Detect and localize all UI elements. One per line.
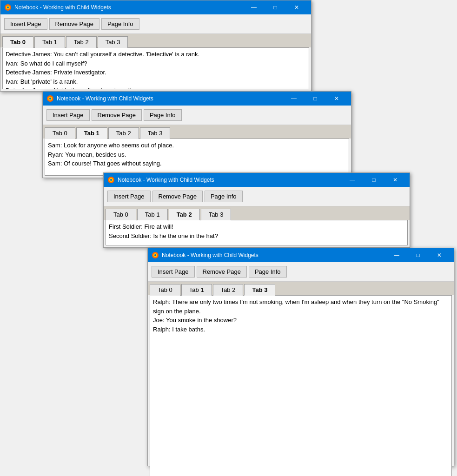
remove-page-btn-4[interactable]: Remove Page — [197, 266, 247, 278]
tab-3-win4[interactable]: Tab 3 — [244, 284, 275, 296]
minimize-btn-4[interactable]: — — [386, 248, 407, 262]
window-title-1: Notebook - Working with Child Widgets — [14, 4, 243, 11]
content-text-4: Ralph: There are only two times I'm not … — [153, 298, 439, 333]
page-info-btn-3[interactable]: Page Info — [205, 191, 243, 202]
tab-2-win2[interactable]: Tab 2 — [108, 127, 139, 139]
window-4: Notebook - Working with Child Widgets — … — [147, 248, 454, 466]
tab-0-win2[interactable]: Tab 0 — [45, 127, 75, 139]
page-info-btn-2[interactable]: Page Info — [144, 109, 182, 121]
title-bar-4: Notebook - Working with Child Widgets — … — [148, 248, 454, 262]
title-bar-1: Notebook - Working with Child Widgets — … — [0, 0, 311, 14]
content-area-2: Sam: Look for anyone who seems out of pl… — [45, 139, 349, 176]
content-area-1: Detective James: You can't call yourself… — [2, 47, 309, 89]
tab-3-win1[interactable]: Tab 3 — [98, 36, 128, 48]
content-text-1: Detective James: You can't call yourself… — [6, 51, 199, 89]
close-btn-4[interactable]: ✕ — [429, 248, 450, 262]
minimize-btn-2[interactable]: — — [283, 92, 305, 106]
svg-point-5 — [49, 98, 51, 99]
tab-2-win4[interactable]: Tab 2 — [213, 284, 244, 296]
window-controls-4: — □ ✕ — [386, 248, 450, 262]
title-bar-2: Notebook - Working with Child Widgets — … — [43, 92, 351, 106]
tab-3-win3[interactable]: Tab 3 — [201, 209, 232, 220]
insert-page-btn-4[interactable]: Insert Page — [152, 266, 195, 278]
insert-page-btn-1[interactable]: Insert Page — [4, 18, 47, 30]
tab-0-win1[interactable]: Tab 0 — [2, 36, 33, 48]
remove-page-btn-2[interactable]: Remove Page — [92, 109, 142, 121]
toolbar-1: Insert Page Remove Page Page Info — [0, 14, 311, 34]
maximize-btn-3[interactable]: □ — [363, 173, 384, 187]
tab-0-win4[interactable]: Tab 0 — [150, 284, 180, 296]
close-btn-1[interactable]: ✕ — [286, 0, 307, 14]
svg-point-11 — [154, 254, 156, 256]
window-controls-3: — □ ✕ — [342, 173, 406, 187]
window-controls-1: — □ ✕ — [243, 0, 307, 14]
tab-3-win2[interactable]: Tab 3 — [140, 127, 171, 139]
window-title-4: Notebook - Working with Child Widgets — [162, 252, 386, 258]
tabs-bar-1: Tab 0 Tab 1 Tab 2 Tab 3 — [0, 34, 311, 47]
tab-1-win1[interactable]: Tab 1 — [34, 36, 65, 48]
tabs-bar-4: Tab 0 Tab 1 Tab 2 Tab 3 — [148, 282, 454, 295]
svg-point-2 — [7, 7, 9, 8]
minimize-btn-1[interactable]: — — [243, 0, 265, 14]
page-info-btn-4[interactable]: Page Info — [249, 266, 287, 278]
tab-1-win2[interactable]: Tab 1 — [76, 127, 107, 139]
remove-page-btn-1[interactable]: Remove Page — [49, 18, 99, 30]
window-2: Notebook - Working with Child Widgets — … — [42, 91, 351, 178]
tab-2-win1[interactable]: Tab 2 — [66, 36, 97, 48]
insert-page-btn-2[interactable]: Insert Page — [46, 109, 90, 121]
title-bar-3: Notebook - Working with Child Widgets — … — [104, 173, 410, 187]
window-title-3: Notebook - Working with Child Widgets — [118, 177, 342, 183]
notebook-icon — [4, 4, 12, 11]
insert-page-btn-3[interactable]: Insert Page — [107, 191, 151, 202]
window-title-2: Notebook - Working with Child Widgets — [57, 95, 283, 102]
minimize-btn-3[interactable]: — — [342, 173, 363, 187]
toolbar-3: Insert Page Remove Page Page Info — [104, 187, 410, 206]
tabs-bar-2: Tab 0 Tab 1 Tab 2 Tab 3 — [43, 125, 351, 139]
svg-point-8 — [110, 179, 112, 181]
close-btn-2[interactable]: ✕ — [326, 92, 347, 106]
window-1: Notebook - Working with Child Widgets — … — [0, 0, 311, 92]
notebook-icon-3 — [107, 176, 115, 184]
tab-1-win4[interactable]: Tab 1 — [181, 284, 212, 296]
notebook-icon-2 — [46, 95, 54, 102]
window-controls-2: — □ ✕ — [283, 92, 347, 106]
maximize-btn-4[interactable]: □ — [407, 248, 429, 262]
content-text-2: Sam: Look for anyone who seems out of pl… — [48, 142, 174, 167]
close-btn-3[interactable]: ✕ — [384, 173, 406, 187]
maximize-btn-2[interactable]: □ — [305, 92, 326, 106]
tabs-bar-3: Tab 0 Tab 1 Tab 2 Tab 3 — [104, 206, 410, 220]
notebook-icon-4 — [152, 251, 159, 259]
tab-0-win3[interactable]: Tab 0 — [106, 209, 136, 220]
tab-1-win3[interactable]: Tab 1 — [137, 209, 168, 220]
content-text-3: First Soldier: Fire at will! Second Sold… — [109, 223, 218, 239]
remove-page-btn-3[interactable]: Remove Page — [152, 191, 203, 202]
tab-2-win3[interactable]: Tab 2 — [169, 209, 200, 220]
content-area-4: Ralph: There are only two times I'm not … — [150, 295, 452, 476]
toolbar-2: Insert Page Remove Page Page Info — [43, 106, 351, 125]
toolbar-4: Insert Page Remove Page Page Info — [148, 262, 454, 282]
content-area-3: First Soldier: Fire at will! Second Sold… — [106, 220, 408, 245]
page-info-btn-1[interactable]: Page Info — [101, 18, 139, 30]
window-3: Notebook - Working with Child Widgets — … — [103, 172, 410, 248]
maximize-btn-1[interactable]: □ — [265, 0, 286, 14]
